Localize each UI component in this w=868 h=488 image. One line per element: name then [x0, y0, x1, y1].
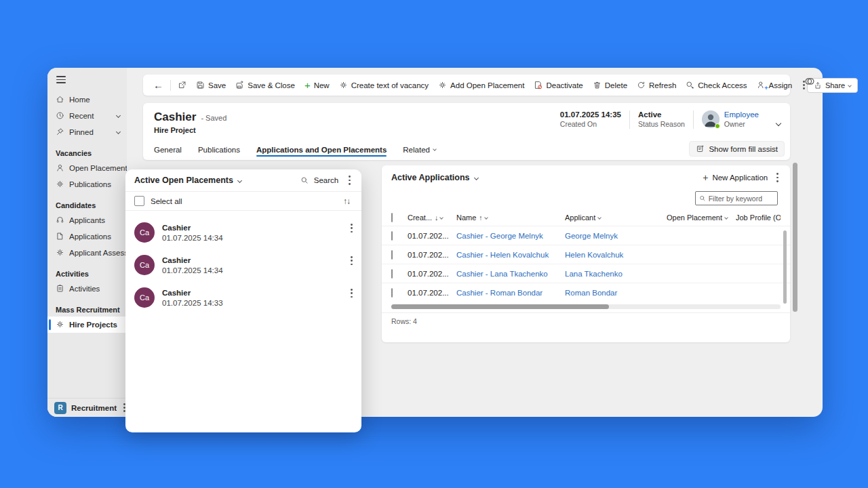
column-created-on[interactable]: Creat... ↓: [408, 214, 456, 222]
column-label: Open Placement: [667, 214, 722, 222]
applications-overflow-icon[interactable]: [774, 170, 781, 184]
sidebar-item-label: Activities: [69, 285, 100, 293]
tab-publications[interactable]: Publications: [198, 146, 240, 160]
show-form-fill-assist-button[interactable]: Show form fill assist: [689, 141, 785, 157]
column-open-placement[interactable]: Open Placement: [667, 214, 736, 222]
tab-label: Applications and Open Placements: [256, 146, 387, 154]
table-row[interactable]: 01.07.202... Cashier - Helen Kovalchuk H…: [382, 245, 790, 264]
table-vertical-scrollbar[interactable]: [783, 230, 787, 304]
header-collapse-button[interactable]: [776, 116, 781, 128]
row-checkbox[interactable]: [391, 250, 393, 260]
owner-link[interactable]: Employee: [724, 110, 759, 119]
row-checkbox[interactable]: [391, 288, 393, 298]
app-logo: R: [54, 402, 66, 414]
chevron-down-icon: [116, 113, 121, 118]
sidebar-item-open-placements[interactable]: Open Placements: [47, 160, 127, 176]
tab-applications-and-open-placements[interactable]: Applications and Open Placements: [256, 146, 387, 160]
horizontal-scrollbar[interactable]: [391, 304, 781, 309]
new-button[interactable]: + New: [300, 77, 334, 94]
save-button[interactable]: Save: [191, 77, 231, 94]
form-tabs: General Publications Applications and Op…: [154, 140, 436, 160]
filter-by-keyword-input[interactable]: [709, 195, 774, 203]
sidebar-item-publications[interactable]: Publications: [47, 176, 127, 192]
entity-name: Hire Project: [154, 126, 196, 134]
page-vertical-scrollbar[interactable]: [793, 163, 797, 312]
new-application-label: New Application: [712, 174, 768, 182]
row-checkbox[interactable]: [391, 269, 393, 279]
table-row[interactable]: 01.07.202... Cashier - Roman Bondar Roma…: [382, 283, 790, 302]
column-label: Name: [456, 214, 476, 222]
select-all-rows-checkbox[interactable]: [391, 213, 393, 222]
horizontal-scrollbar-thumb[interactable]: [391, 304, 609, 309]
sidebar-item-applicant-assessments[interactable]: Applicant Assessments: [47, 245, 127, 261]
save-and-close-button[interactable]: Save & Close: [231, 77, 300, 94]
applicant-link[interactable]: George Melnyk: [565, 232, 618, 240]
sidebar-item-activities[interactable]: Activities: [47, 281, 127, 297]
placement-name: Cashier: [162, 256, 223, 264]
item-overflow-icon[interactable]: [349, 253, 355, 268]
new-application-button[interactable]: + New Application: [703, 173, 768, 182]
chevron-down-icon: [237, 178, 242, 182]
applicant-link[interactable]: Helen Kovalchuk: [565, 251, 623, 259]
sidebar-item-label: Home: [69, 96, 90, 104]
add-open-placement-button[interactable]: Add Open Placement: [433, 77, 529, 94]
column-job-profile[interactable]: Job Profile (O: [736, 214, 781, 222]
column-name[interactable]: Name ↑: [456, 214, 565, 222]
item-overflow-icon[interactable]: [349, 221, 355, 235]
person-icon: [56, 163, 64, 172]
search-label: Search: [314, 176, 338, 184]
list-item[interactable]: Ca Cashier 01.07.2025 14:34: [125, 216, 361, 249]
gear-icon: [438, 81, 447, 89]
sidebar-item-hire-projects[interactable]: Hire Projects: [47, 317, 127, 333]
delete-label: Delete: [605, 81, 627, 89]
pin-icon: [56, 127, 64, 136]
sidebar-item-applicants[interactable]: Applicants: [47, 212, 127, 228]
assign-button[interactable]: + Assign: [752, 77, 797, 94]
clipboard-icon: [56, 284, 64, 293]
list-item[interactable]: Ca Cashier 01.07.2025 14:34: [125, 249, 361, 281]
item-overflow-icon[interactable]: [349, 286, 355, 300]
sidebar-item-applications[interactable]: Applications: [47, 228, 127, 245]
refresh-button[interactable]: Refresh: [632, 77, 681, 94]
open-placements-view-selector[interactable]: Active Open Placements: [134, 176, 241, 185]
sidebar-item-recent[interactable]: Recent: [47, 108, 127, 124]
applicant-link[interactable]: Lana Tkachenko: [565, 270, 623, 278]
tab-general[interactable]: General: [154, 146, 182, 160]
create-text-of-vacancy-button[interactable]: Create text of vacancy: [334, 77, 433, 94]
table-row[interactable]: 01.07.202... Cashier - Lana Tkachenko La…: [382, 264, 790, 283]
sidebar-item-home[interactable]: Home: [47, 92, 127, 108]
list-item[interactable]: Ca Cashier 01.07.2025 14:33: [125, 281, 361, 314]
delete-button[interactable]: Delete: [588, 77, 632, 94]
tab-related[interactable]: Related: [403, 146, 436, 160]
popout-button[interactable]: [173, 77, 191, 94]
sidebar-item-pinned[interactable]: Pinned: [47, 124, 127, 140]
add-open-placement-label: Add Open Placement: [450, 81, 524, 89]
applicant-link[interactable]: Roman Bondar: [565, 289, 617, 297]
application-link[interactable]: Cashier - Helen Kovalchuk: [456, 251, 549, 259]
owner-field: Employee Owner: [702, 110, 759, 128]
column-applicant[interactable]: Applicant: [565, 214, 667, 222]
save-and-close-label: Save & Close: [248, 81, 295, 89]
filter-by-keyword-box[interactable]: [695, 191, 778, 205]
cell-created-on: 01.07.202...: [408, 289, 456, 297]
table-row[interactable]: 01.07.202... Cashier - George Melnyk Geo…: [382, 226, 790, 245]
deactivate-button[interactable]: Deactivate: [529, 77, 587, 94]
back-button[interactable]: ←: [149, 77, 168, 94]
select-all-checkbox[interactable]: [134, 196, 144, 206]
applications-view-selector[interactable]: Active Applications: [391, 173, 478, 182]
application-link[interactable]: Cashier - Lana Tkachenko: [456, 270, 548, 278]
app-switcher[interactable]: R Recruitment: [47, 398, 127, 417]
owner-avatar[interactable]: [702, 110, 719, 128]
row-checkbox[interactable]: [391, 231, 393, 241]
sort-icon[interactable]: ↑↓: [343, 197, 350, 206]
chevron-down-icon: [597, 216, 601, 220]
save-state: - Saved: [201, 114, 226, 122]
application-link[interactable]: Cashier - George Melnyk: [456, 232, 543, 240]
search-button[interactable]: Search: [300, 176, 338, 184]
hamburger-menu-icon[interactable]: [56, 76, 66, 83]
chevron-down-icon: [776, 121, 781, 126]
copilot-icon[interactable]: [804, 76, 815, 87]
check-access-button[interactable]: Check Access: [681, 77, 751, 94]
application-link[interactable]: Cashier - Roman Bondar: [456, 289, 542, 297]
open-placements-overflow-icon[interactable]: [347, 173, 353, 187]
